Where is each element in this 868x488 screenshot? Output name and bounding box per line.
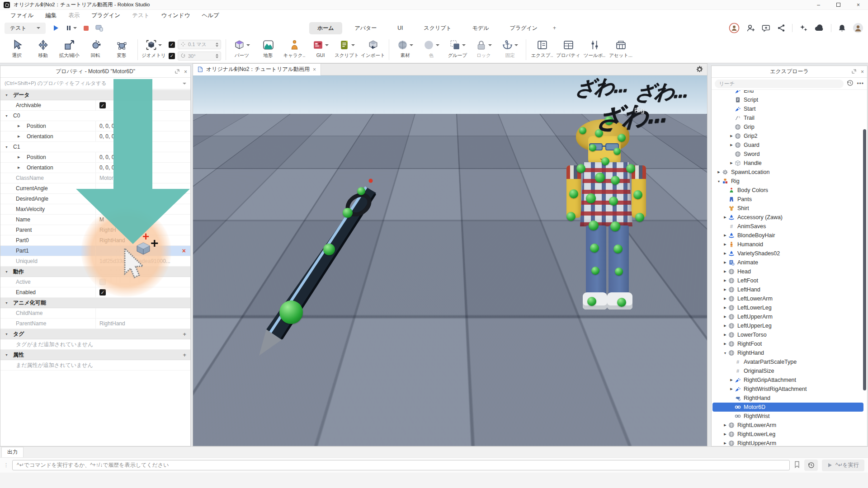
ribbon-tab-add[interactable]: + — [550, 23, 559, 33]
ribbon-tab-4[interactable]: モデル — [464, 22, 497, 34]
add-icon[interactable]: + — [183, 352, 186, 358]
close-button[interactable]: × — [857, 2, 860, 8]
maximize-button[interactable] — [836, 3, 840, 7]
tree-item-Motor6D[interactable]: Motor6D — [712, 403, 863, 412]
tree-item-Animate[interactable]: ▶Animate — [712, 258, 863, 267]
expand-arrow-icon[interactable]: ▶ — [722, 261, 728, 264]
tree-item-AnimSaves[interactable]: #AnimSaves — [712, 222, 863, 231]
expand-arrow-icon[interactable]: ▶ — [722, 306, 728, 310]
expand-arrow-icon[interactable]: ▶ — [722, 423, 728, 427]
tree-item-RightFoot[interactable]: ▶RightFoot — [712, 339, 863, 348]
share-icon[interactable] — [777, 24, 785, 32]
cloud-icon[interactable] — [815, 24, 824, 32]
ribbon-button-material[interactable]: 素材 — [392, 37, 418, 59]
ribbon-button-explpanel[interactable]: エクスプ.. — [529, 37, 555, 59]
close-panel-icon[interactable]: × — [861, 69, 864, 75]
joint-sphere[interactable] — [633, 190, 642, 199]
expand-arrow-icon[interactable]: ▶ — [722, 270, 728, 273]
joint-sphere[interactable] — [323, 244, 335, 255]
expand-arrow-icon[interactable]: ▶ — [729, 143, 734, 147]
joint-sphere[interactable] — [589, 221, 599, 230]
command-history-button[interactable] — [804, 460, 818, 471]
ai-icon[interactable] — [799, 24, 808, 32]
run-command-button[interactable]: ^↵を実行 — [822, 460, 864, 471]
tree-item-Trail[interactable]: 1Trail — [712, 113, 863, 122]
property-row-ChildName[interactable]: ChildName — [0, 308, 190, 319]
ribbon-button-gui[interactable]: GUI — [307, 37, 334, 58]
ribbon-button-scriptbtn[interactable]: スクリプト — [334, 37, 360, 59]
collapse-arrow-icon[interactable]: ▼ — [722, 352, 728, 355]
joint-sphere[interactable] — [343, 208, 353, 218]
tree-item-OriginalSize[interactable]: #OriginalSize — [712, 366, 863, 375]
tree-item-Handle[interactable]: ▶Handle — [712, 159, 863, 168]
tree-item-LeftUpperArm[interactable]: ▶LeftUpperArm — [712, 312, 863, 321]
expand-arrow-icon[interactable]: ▶ — [729, 387, 734, 391]
joint-sphere[interactable] — [576, 164, 585, 173]
expand-arrow-icon[interactable]: ▶ — [722, 243, 728, 246]
tree-item-Guard[interactable]: ▶Guard — [712, 141, 863, 150]
addperson-icon[interactable] — [746, 24, 755, 32]
bell-icon[interactable] — [838, 24, 846, 32]
ribbon-tab-1[interactable]: アバター — [347, 22, 385, 34]
collaborator-icon[interactable] — [729, 23, 740, 33]
expand-arrow-icon[interactable]: ▶ — [722, 333, 728, 337]
close-tab-icon[interactable]: × — [313, 66, 316, 73]
expand-arrow-icon[interactable]: ▶ — [722, 324, 728, 328]
joint-sphere[interactable] — [566, 212, 576, 221]
tree-item-AvatarPartScaleType[interactable]: #AvatarPartScaleType — [712, 357, 863, 366]
history-icon[interactable] — [847, 80, 854, 88]
tree-item-Grip2[interactable]: ▶Grip2 — [712, 131, 863, 141]
tree-item-RightLowerArm[interactable]: ▶RightLowerArm — [712, 421, 863, 430]
3d-viewport[interactable]: ざわ... ざわ... ざわ... Rig — [193, 75, 707, 446]
property-row-属性[interactable]: ▼属性+ — [0, 350, 190, 360]
explorer-search-input[interactable]: リーチ — [715, 80, 844, 88]
expand-arrow-icon[interactable]: ▶ — [729, 378, 734, 382]
expand-arrow-icon[interactable]: ▶ — [722, 252, 728, 255]
viewport-settings-gear-icon[interactable] — [696, 66, 703, 75]
tree-item-RightUpperArm[interactable]: ▶RightUpperArm — [712, 439, 863, 446]
expand-arrow-icon[interactable]: ▶ — [722, 441, 728, 445]
output-tab[interactable]: 出力 — [1, 447, 24, 457]
tree-item-VarietyShades02[interactable]: ▶VarietyShades02 — [712, 249, 863, 258]
expand-arrow-icon[interactable]: ▶ — [722, 234, 728, 237]
property-value[interactable]: RightHand — [95, 319, 190, 328]
joint-sphere[interactable] — [611, 176, 620, 185]
feedback-icon[interactable] — [762, 24, 770, 32]
tree-item-LowerTorso[interactable]: ▶LowerTorso — [712, 330, 863, 339]
explorer-scrollbar[interactable] — [863, 129, 866, 390]
tree-item-BlondeBoyHair[interactable]: ▶BlondeBoyHair — [712, 231, 863, 240]
property-value[interactable] — [95, 308, 190, 318]
joint-sphere[interactable] — [586, 193, 596, 203]
ribbon-tab-2[interactable]: UI — [389, 23, 411, 33]
tree-item-Rig[interactable]: ▼Rig — [712, 177, 863, 186]
expand-arrow-icon[interactable]: ▶ — [722, 342, 728, 346]
expand-arrow-icon[interactable]: ▶ — [722, 297, 728, 300]
joint-sphere[interactable] — [591, 267, 599, 275]
joint-sphere[interactable] — [595, 173, 605, 183]
ribbon-button-character[interactable]: キャラク.. — [281, 37, 307, 59]
ribbon-tab-5[interactable]: プラグイン — [502, 22, 546, 34]
expand-arrow-icon[interactable]: ▶ — [716, 170, 722, 174]
expand-arrow-icon[interactable]: ▶ — [722, 288, 728, 291]
expand-arrow-icon[interactable]: ▶ — [722, 216, 728, 219]
tree-item-Grip[interactable]: Grip — [712, 122, 863, 131]
ribbon-button-group[interactable]: グループ — [444, 37, 471, 59]
tree-item-Humanoid[interactable]: ▶Humanoid — [712, 240, 863, 249]
ribbon-button-anchor[interactable]: 固定 — [497, 37, 523, 59]
joint-sphere[interactable] — [615, 267, 623, 276]
ribbon-button-proppanel[interactable]: プロパティ — [555, 37, 581, 59]
ribbon-button-assets[interactable]: アセット... — [608, 37, 634, 59]
ribbon-button-color[interactable]: 色 — [418, 37, 444, 59]
expand-arrow-icon[interactable]: ▶ — [729, 134, 734, 138]
tree-item-LeftUpperLeg[interactable]: ▶LeftUpperLeg — [712, 321, 863, 330]
tree-item-LeftLowerArm[interactable]: ▶LeftLowerArm — [712, 294, 863, 303]
tree-item-LeftLowerLeg[interactable]: ▶LeftLowerLeg — [712, 303, 863, 312]
expand-arrow-icon[interactable]: ▶ — [729, 161, 734, 165]
tree-item-LeftFoot[interactable]: ▶LeftFoot — [712, 276, 863, 285]
tree-item-Start[interactable]: Start — [712, 104, 863, 113]
collapse-arrow-icon[interactable]: ▼ — [5, 301, 8, 305]
ribbon-button-import[interactable]: インポート — [360, 37, 386, 59]
ribbon-button-terrain[interactable]: 地形 — [255, 37, 281, 59]
drag-handle-icon[interactable]: ⋮ — [4, 462, 8, 468]
add-icon[interactable]: + — [183, 331, 186, 338]
